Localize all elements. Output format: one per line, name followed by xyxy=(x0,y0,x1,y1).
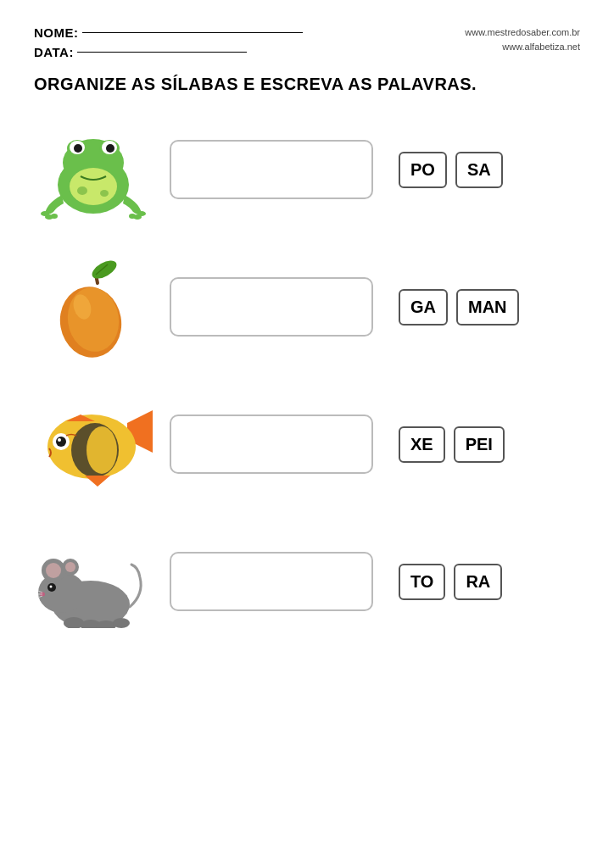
svg-point-47 xyxy=(113,618,130,628)
syllable-card-1-0[interactable]: PO xyxy=(399,152,447,188)
nome-line: NOME: xyxy=(34,25,303,40)
syllable-card-4-0[interactable]: TO xyxy=(399,564,445,600)
svg-point-29 xyxy=(56,437,66,447)
exercise-row-1: PO SA xyxy=(34,114,580,225)
svg-point-14 xyxy=(129,214,136,219)
svg-point-6 xyxy=(74,144,82,153)
syllables-1: PO SA xyxy=(399,152,503,188)
answer-box-1[interactable] xyxy=(170,140,373,199)
answer-box-3[interactable] xyxy=(170,415,373,474)
syllables-3: XE PEI xyxy=(399,426,505,463)
mango-icon xyxy=(47,256,140,358)
syllable-card-1-1[interactable]: SA xyxy=(455,152,503,188)
mouse-animal-box xyxy=(34,526,153,637)
svg-point-35 xyxy=(46,563,61,578)
header: NOME: DATA: www.mestredosaber.com.br www… xyxy=(34,25,580,59)
site1: www.mestredosaber.com.br xyxy=(465,25,580,40)
syllable-card-4-1[interactable]: RA xyxy=(454,564,502,600)
syllable-card-3-1[interactable]: PEI xyxy=(454,426,505,463)
nome-label: NOME: xyxy=(34,25,79,40)
site2: www.alfabetiza.net xyxy=(465,40,580,54)
fish-animal-box xyxy=(34,389,153,499)
svg-point-21 xyxy=(89,257,120,282)
header-right: www.mestredosaber.com.br www.alfabetiza.… xyxy=(465,25,580,53)
syllable-card-2-1[interactable]: MAN xyxy=(456,289,519,326)
fish-icon xyxy=(34,398,153,491)
svg-point-15 xyxy=(77,186,87,195)
syllable-card-2-0[interactable]: GA xyxy=(399,289,448,326)
page: NOME: DATA: www.mestredosaber.com.br www… xyxy=(0,0,614,868)
syllables-4: TO RA xyxy=(399,564,502,600)
svg-point-30 xyxy=(58,438,61,442)
svg-point-7 xyxy=(106,144,114,153)
syllables-2: GA MAN xyxy=(399,289,519,326)
svg-point-11 xyxy=(51,214,58,219)
svg-point-26 xyxy=(87,426,117,474)
data-underline xyxy=(77,52,247,53)
mango-animal-box xyxy=(34,252,153,362)
exercise-row-4: TO RA xyxy=(34,526,580,637)
svg-point-16 xyxy=(100,190,109,197)
frog-icon xyxy=(38,119,148,220)
exercise-row-3: XE PEI xyxy=(34,389,580,499)
page-title: ORGANIZE AS SÍLABAS E ESCREVA AS PALAVRA… xyxy=(34,75,580,94)
answer-box-4[interactable] xyxy=(170,552,373,611)
svg-marker-31 xyxy=(85,476,110,487)
nome-underline xyxy=(82,32,303,33)
syllable-card-3-0[interactable]: XE xyxy=(399,426,445,463)
svg-point-39 xyxy=(50,586,53,588)
svg-point-37 xyxy=(65,562,75,572)
header-left: NOME: DATA: xyxy=(34,25,303,59)
answer-box-2[interactable] xyxy=(170,277,373,337)
svg-point-8 xyxy=(70,168,117,205)
data-label: DATA: xyxy=(34,45,74,59)
exercise-row-2: GA MAN xyxy=(34,252,580,362)
mouse-icon xyxy=(38,535,148,628)
frog-animal-box xyxy=(34,114,153,225)
data-line: DATA: xyxy=(34,45,303,59)
